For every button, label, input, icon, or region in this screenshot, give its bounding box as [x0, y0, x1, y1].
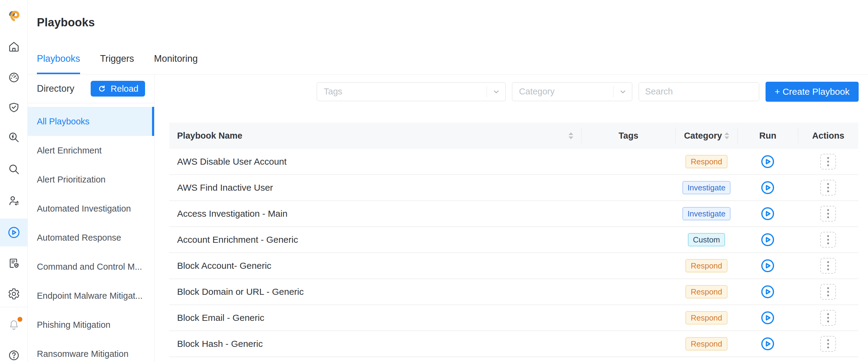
tab-bar: Playbooks Triggers Monitoring	[28, 45, 868, 75]
nav-notifications[interactable]	[0, 311, 28, 339]
row-actions-menu-button[interactable]	[820, 336, 836, 352]
run-playbook-button[interactable]	[760, 310, 776, 326]
run-playbook-button[interactable]	[760, 154, 776, 170]
nav-help[interactable]	[0, 341, 28, 362]
sort-icon[interactable]	[724, 132, 729, 139]
ellipsis-dot	[827, 317, 829, 319]
category-badge: Respond	[685, 155, 727, 168]
row-actions-menu-button[interactable]	[820, 206, 836, 222]
run-playbook-button[interactable]	[760, 257, 776, 274]
nav-users[interactable]	[0, 187, 28, 215]
logo[interactable]	[0, 5, 28, 26]
playbook-name-cell[interactable]: AWS Disable User Account	[169, 157, 581, 167]
category-badge: Custom	[688, 233, 725, 246]
actions-cell	[798, 258, 858, 274]
category-filter-select[interactable]: Category	[512, 82, 632, 101]
tags-filter-chevron[interactable]	[487, 86, 505, 97]
playbook-name-cell[interactable]: Block Hash - Generic	[169, 339, 581, 349]
run-playbook-button[interactable]	[760, 179, 776, 196]
playbook-name-cell[interactable]: Block Account- Generic	[169, 260, 581, 271]
tags-filter-select[interactable]: Tags	[317, 82, 506, 101]
nav-dashboard[interactable]	[0, 63, 28, 91]
ellipsis-dot	[827, 343, 829, 345]
tab-triggers[interactable]: Triggers	[100, 45, 134, 74]
nav-reports[interactable]	[0, 249, 28, 277]
icon-rail	[0, 0, 28, 362]
tags-filter-placeholder: Tags	[317, 87, 487, 96]
nav-playbooks[interactable]	[0, 219, 28, 246]
row-actions-menu-button[interactable]	[820, 180, 836, 196]
table-row: Account Enrichment - Generic Custom	[169, 227, 858, 253]
column-header-category[interactable]: Category	[676, 128, 738, 144]
directory-item-label: Command and Control M...	[37, 262, 142, 272]
category-cell: Respond	[676, 285, 738, 299]
ellipsis-dot	[827, 209, 829, 211]
actions-cell	[798, 154, 858, 169]
row-actions-menu-button[interactable]	[820, 284, 836, 300]
table-row: AWS Find Inactive User Investigate	[169, 175, 858, 201]
playbook-name-cell[interactable]: Block Email - Generic	[169, 313, 581, 323]
ellipsis-dot	[827, 313, 829, 315]
nav-investigation[interactable]	[0, 123, 28, 151]
directory-item[interactable]: Alert Enrichment	[28, 136, 154, 165]
search-icon	[8, 163, 20, 175]
nav-home[interactable]	[0, 33, 28, 60]
directory-item[interactable]: Automated Investigation	[28, 194, 154, 223]
playbook-name-cell[interactable]: Account Enrichment - Generic	[169, 234, 581, 245]
tab-playbooks[interactable]: Playbooks	[37, 45, 80, 74]
playbook-name-cell[interactable]: Block Domain or URL - Generic	[169, 287, 581, 297]
playbook-name-cell[interactable]: Access Investigation - Main	[169, 208, 581, 219]
brand-logo-icon	[6, 7, 22, 23]
row-actions-menu-button[interactable]	[820, 310, 836, 326]
playbook-name-cell[interactable]: AWS Find Inactive User	[169, 183, 581, 193]
content-area: Playbooks Playbooks Triggers Monitoring …	[28, 0, 868, 362]
column-header-run: Run	[738, 128, 798, 144]
run-play-icon	[760, 232, 775, 247]
table-row: Block Domain or URL - Generic Respond	[169, 279, 858, 305]
row-actions-menu-button[interactable]	[820, 232, 836, 248]
directory-item[interactable]: Endpoint Malware Mitigat...	[28, 281, 154, 310]
category-cell: Respond	[676, 337, 738, 351]
row-actions-menu-button[interactable]	[820, 258, 836, 274]
directory-item-label: All Playbooks	[37, 116, 89, 127]
directory-item[interactable]: Automated Response	[28, 223, 154, 252]
run-play-icon	[760, 258, 775, 273]
table-row: Block Hash - Generic Respond	[169, 331, 858, 357]
report-shield-icon	[8, 257, 20, 269]
page-header: Playbooks	[28, 0, 868, 45]
search-input[interactable]	[639, 83, 759, 101]
run-cell	[738, 154, 798, 170]
run-playbook-button[interactable]	[760, 336, 776, 352]
run-play-icon	[760, 310, 775, 325]
directory-item[interactable]: Alert Prioritization	[28, 165, 154, 194]
column-header-playbook-name[interactable]: Playbook Name	[169, 128, 581, 144]
nav-compliance[interactable]	[0, 93, 28, 121]
ellipsis-dot	[827, 187, 829, 189]
run-cell	[738, 179, 798, 196]
sort-icon[interactable]	[568, 132, 573, 139]
run-playbook-button[interactable]	[760, 205, 776, 222]
create-playbook-button[interactable]: + Create Playbook	[766, 82, 859, 102]
ellipsis-dot	[827, 157, 829, 159]
directory-list: All Playbooks Alert Enrichment Alert Pri…	[28, 103, 154, 362]
run-playbook-button[interactable]	[760, 231, 776, 248]
directory-item[interactable]: Command and Control M...	[28, 252, 154, 281]
row-actions-menu-button[interactable]	[820, 154, 836, 169]
directory-item[interactable]: All Playbooks	[28, 107, 154, 136]
run-play-icon	[760, 336, 775, 352]
directory-item[interactable]: Phishing Mitigation	[28, 310, 154, 339]
chevron-down-icon	[619, 88, 627, 96]
ellipsis-dot	[827, 346, 829, 349]
run-cell	[738, 205, 798, 222]
run-play-icon	[760, 180, 775, 195]
category-badge: Respond	[685, 337, 727, 351]
directory-item[interactable]: Ransomware Mitigation	[28, 339, 154, 362]
nav-search[interactable]	[0, 155, 28, 183]
category-filter-chevron[interactable]	[613, 86, 632, 97]
reload-button[interactable]: Reload	[91, 81, 145, 96]
directory-item-label: Ransomware Mitigation	[37, 349, 128, 359]
tab-monitoring[interactable]: Monitoring	[154, 45, 198, 74]
playbooks-play-icon	[7, 226, 21, 239]
run-playbook-button[interactable]	[760, 284, 776, 300]
nav-settings[interactable]	[0, 280, 28, 308]
